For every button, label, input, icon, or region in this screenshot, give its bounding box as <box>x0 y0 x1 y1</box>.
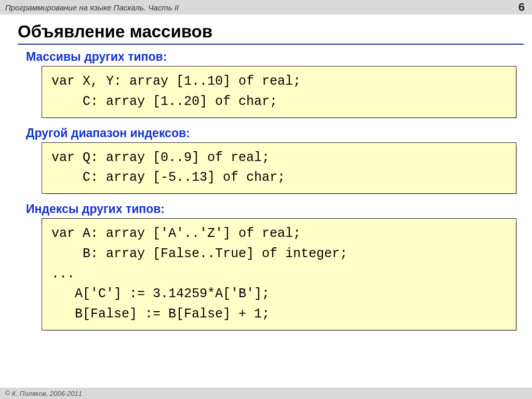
slide-page: Программирование на языке Паскаль. Часть… <box>0 0 532 399</box>
slide-heading: Объявление массивов <box>18 22 532 42</box>
footer-bar: © К. Поляков, 2006-2011 <box>0 388 532 399</box>
slide-content: Массивы других типов: var X, Y: array [1… <box>0 50 532 330</box>
code-block: var X, Y: array [1..10] of real; C: arra… <box>42 66 516 118</box>
page-number: 6 <box>518 1 525 14</box>
footer-text: К. Поляков, 2006-2011 <box>12 390 82 397</box>
code-content: var X, Y: array [1..10] of real; C: arra… <box>42 66 516 118</box>
heading-rule <box>18 44 524 45</box>
code-block: var Q: array [0..9] of real; C: array [-… <box>42 142 516 194</box>
section-label: Массивы других типов: <box>26 50 516 64</box>
section-label: Индексы других типов: <box>26 202 516 216</box>
code-content: var Q: array [0..9] of real; C: array [-… <box>42 142 516 194</box>
section-label: Другой диапазон индексов: <box>26 126 516 140</box>
code-block: var A: array ['A'..'Z'] of real; B: arra… <box>42 218 516 330</box>
top-bar: Программирование на языке Паскаль. Часть… <box>0 0 532 15</box>
code-content: var A: array ['A'..'Z'] of real; B: arra… <box>42 218 516 330</box>
copyright-icon: © <box>5 390 10 397</box>
doc-title: Программирование на языке Паскаль. Часть… <box>5 3 179 12</box>
